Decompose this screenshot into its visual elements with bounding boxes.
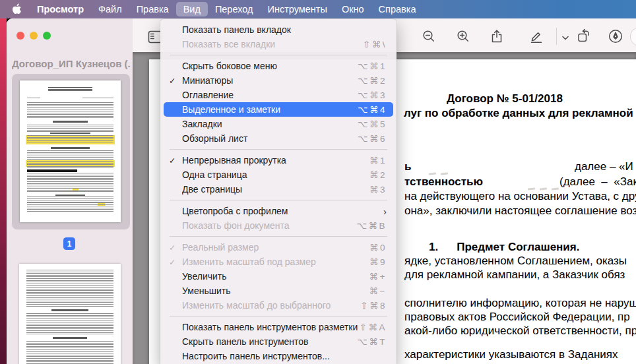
minimize-button[interactable]: [30, 32, 38, 40]
menu-item-shortcut: ⌥⌘6: [358, 133, 387, 144]
thumbnail-heading: [51, 309, 88, 311]
doc-text: на действующего на основании Устава, с д…: [404, 190, 636, 203]
menubar-item[interactable]: Правка: [129, 2, 176, 16]
menu-item[interactable]: ✓ Цветопроба с профилем ›: [164, 204, 393, 218]
menu-item[interactable]: ✓ Уменьшить ⌘− ›: [164, 284, 393, 298]
menu-item-shortcut: ⌥⌘5: [358, 119, 387, 129]
checkmark-icon: ✓: [169, 156, 182, 166]
menu-item[interactable]: ✓ Реальный размер ⌘0 ›: [164, 240, 393, 255]
thumbnail-text-lines: [27, 202, 114, 212]
thumbnail-text-lines: [27, 161, 114, 167]
menu-item[interactable]: ✓ Закладки ⌥⌘5 ›: [164, 117, 393, 131]
menu-item[interactable]: ✓ Изменить масштаб до выбранного ⇧⌘8 ›: [164, 298, 393, 313]
doc-section-heading: 1.Предмет Соглашения.: [429, 241, 579, 254]
menu-item[interactable]: ✓ Показать все вкладки ⇧⌘\ ›: [164, 37, 393, 51]
highlighter-button[interactable]: [608, 28, 623, 44]
menu-item[interactable]: ✓ Одна страница ⌘2 ›: [164, 167, 393, 182]
doc-title-line2: луг по обработке данных для рекламной: [404, 107, 633, 120]
doc-text: правовых актов Российской Федерации, пр: [404, 311, 630, 324]
menubar-item[interactable]: Окно: [334, 2, 371, 16]
menu-item[interactable]: ✓ Скрыть боковое меню ⌥⌘1 ›: [164, 59, 393, 73]
thumbnail-heading: [55, 195, 86, 197]
zoom-in-button[interactable]: [455, 28, 471, 44]
menu-item[interactable]: ✓ Миниатюры ⌥⌘2 ›: [164, 73, 393, 88]
menu-item-label: Две страницы: [182, 184, 369, 195]
menubar-item-label: Вид: [183, 4, 201, 15]
menu-item[interactable]: ✓ Обзорный лист ⌥⌘6 ›: [164, 131, 393, 146]
menubar-item[interactable]: Вид: [176, 2, 208, 16]
close-button[interactable]: [16, 32, 24, 40]
menubar-item[interactable]: Файл: [91, 2, 129, 16]
menu-item-shortcut: ⌥⌘B: [356, 220, 387, 231]
menu-item[interactable]: ✓ Увеличить ⌘+ ›: [164, 269, 393, 284]
zoom-out-button[interactable]: [421, 28, 437, 44]
menu-item-shortcut: ⌘3: [369, 184, 387, 195]
menu-item-shortcut: ⌥⌘2: [358, 75, 387, 86]
highlighter-icon: [608, 28, 623, 44]
chevron-down-icon: [561, 35, 569, 42]
menubar-item-label: Переход: [215, 4, 253, 15]
menu-item[interactable]: ✓ Настроить панель инструментов... ›: [164, 349, 393, 363]
thumbnail-heading: [50, 133, 90, 135]
markup-options-button[interactable]: [561, 32, 569, 39]
doc-text-fragment: далее – «И: [575, 160, 633, 173]
menu-item-label: Показать панель вкладок: [182, 24, 387, 35]
menu-item-shortcut: ⌘9: [369, 257, 387, 267]
thumbnail-selection[interactable]: [12, 74, 130, 229]
share-button[interactable]: [489, 28, 505, 44]
menu-item[interactable]: ✓ Выделенное и заметки ⌥⌘4 ›: [164, 102, 393, 117]
menu-separator: [170, 149, 387, 150]
apple-menu[interactable]: [10, 3, 24, 15]
markup-button[interactable]: [528, 28, 544, 44]
menu-item[interactable]: ✓ Показать фон документа ⌥⌘B ›: [164, 218, 393, 233]
page2-thumbnail[interactable]: [19, 264, 121, 364]
menu-item[interactable]: ✓ Две страницы ⌘3 ›: [164, 182, 393, 197]
doc-text: сполнителю информацию, которая не наруш: [404, 297, 636, 310]
thumbnail-text-lines: [27, 125, 114, 133]
menu-item[interactable]: ✓ Показать панель инструментов разметки …: [164, 320, 393, 334]
thumbnail-text-lines: [27, 197, 114, 202]
menubar-item[interactable]: Справка: [371, 2, 424, 16]
menu-item[interactable]: ✓ Изменить масштаб под размер ⌘9 ›: [164, 255, 393, 269]
menu-separator: [170, 316, 387, 317]
rotate-button[interactable]: [576, 28, 592, 44]
menu-item-label: Увеличить: [182, 271, 369, 282]
markup-pen-icon: [528, 28, 544, 44]
menu-item-shortcut: ⇧⌘\: [363, 39, 387, 49]
checkmark-icon: ✓: [169, 243, 182, 253]
page1-thumbnail[interactable]: [20, 80, 121, 222]
search-field[interactable]: [630, 27, 636, 46]
menu-item-shortcut: ⇧⌘8: [360, 300, 387, 311]
menubar-items: ПросмотрФайлПравкаВидПереходИнструментыО…: [30, 0, 423, 18]
thumbnail-text-lines: [27, 135, 114, 143]
menubar-item[interactable]: Переход: [208, 2, 261, 16]
menu-item-label: Изменить масштаб до выбранного: [182, 300, 360, 311]
menu-item-shortcut: ⌘−: [369, 286, 387, 296]
menu-item[interactable]: ✓ Скрыть панель инструментов ⌥⌘T ›: [164, 334, 393, 349]
menubar-item[interactable]: Инструменты: [260, 2, 334, 16]
thumbnail-text-lines: [27, 98, 40, 100]
menu-item-shortcut: ⌘+: [369, 271, 387, 282]
menubar-item[interactable]: Просмотр: [30, 2, 91, 16]
zoom-button[interactable]: [43, 32, 51, 40]
menu-item[interactable]: ✓ Оглавление ⌥⌘3 ›: [164, 88, 393, 102]
menu-item-label: Показать фон документа: [182, 220, 356, 231]
thumbnail-text-lines: [27, 102, 114, 118]
doc-text: характеристики указываются в Заданиях: [404, 348, 618, 361]
doc-title-line1: Договор № 5-01/2018: [447, 92, 563, 106]
menu-item-shortcut: ⌘0: [369, 242, 387, 253]
menu-item[interactable]: ✓ Показать панель вкладок ›: [164, 22, 393, 37]
menu-item-shortcut: ⌥⌘T: [357, 336, 387, 347]
menu-item-label: Показать панель инструментов разметки: [182, 322, 360, 332]
menubar-item-label: Окно: [342, 4, 364, 15]
thumbnail-text-lines: [27, 167, 114, 169]
menu-item-label: Выделенное и заметки: [182, 104, 358, 115]
window-controls: [16, 32, 51, 40]
menubar-item-label: Файл: [98, 4, 122, 15]
menu-item[interactable]: ✓ Непрерывная прокрутка ⌘1 ›: [164, 153, 393, 167]
menu-separator: [170, 200, 387, 200]
menu-item-label: Показать все вкладки: [182, 39, 363, 49]
menu-item-label: Оглавление: [182, 90, 358, 100]
thumbnail-text-lines: [27, 188, 114, 193]
menu-item-shortcut: ⇧⌘A: [360, 322, 387, 332]
